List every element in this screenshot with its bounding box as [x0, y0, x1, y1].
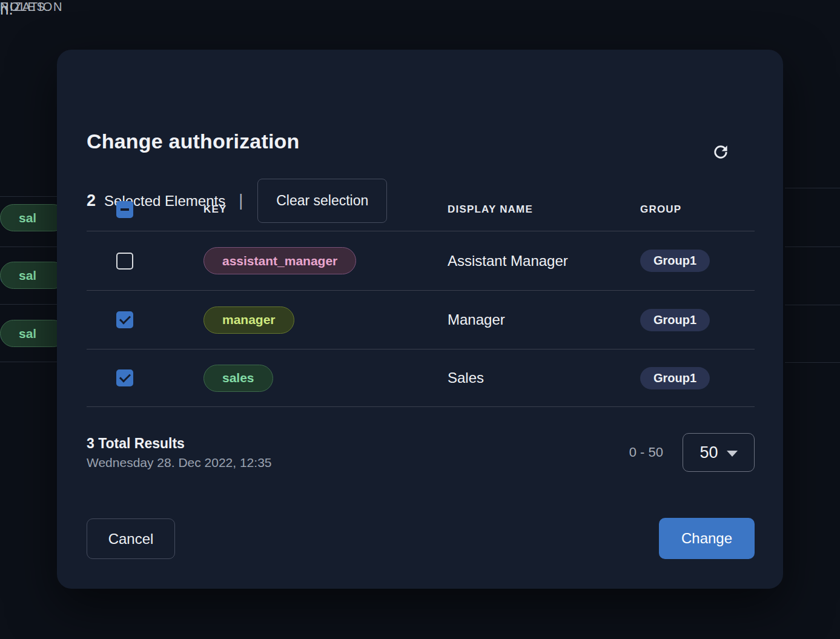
display-name-cell: Manager: [448, 291, 505, 349]
background-divider: [0, 304, 57, 305]
group-badge: Group1: [640, 250, 710, 272]
background-divider: [785, 247, 840, 247]
column-header-key: KEY: [203, 188, 227, 231]
display-name-cell: Sales: [448, 349, 484, 406]
table-row: sales Sales Group1: [87, 349, 755, 407]
row-checkbox[interactable]: [116, 311, 133, 328]
display-name-cell: Assistant Manager: [448, 231, 568, 290]
group-badge: Group1: [640, 367, 710, 389]
page-range-label: 0 - 50: [629, 445, 663, 460]
background-divider: [785, 188, 840, 188]
row-checkbox[interactable]: [116, 369, 133, 386]
total-results-label: 3 Total Results: [87, 435, 272, 452]
row-checkbox[interactable]: [116, 253, 133, 270]
page-size-dropdown[interactable]: 50: [683, 433, 755, 472]
column-header-group: GROUP: [640, 188, 681, 231]
results-timestamp: Wednesday 28. Dec 2022, 12:35: [87, 455, 272, 470]
background-column-header-roles: ROLES: [0, 0, 45, 14]
refresh-button[interactable]: [710, 142, 731, 163]
key-pill: manager: [203, 306, 294, 334]
change-authorization-dialog: Change authorization 2 Selected Elements…: [57, 50, 783, 589]
page-size-value: 50: [699, 443, 718, 462]
key-pill: sales: [203, 365, 273, 392]
dialog-title: Change authorization: [87, 130, 300, 153]
refresh-icon: [711, 154, 730, 164]
table-header-row: KEY DISPLAY NAME GROUP: [87, 188, 755, 231]
background-divider: [0, 362, 57, 362]
background-divider: [785, 305, 840, 305]
column-header-display-name: DISPLAY NAME: [448, 188, 533, 231]
background-divider: [0, 247, 57, 247]
caret-down-icon: [727, 451, 738, 457]
group-badge: Group1: [640, 309, 710, 331]
table-row: assistant_manager Assistant Manager Grou…: [87, 231, 755, 291]
pagination: 0 - 50 50: [629, 433, 755, 472]
background-divider: [785, 362, 840, 363]
results-summary: 3 Total Results Wednesday 28. Dec 2022, …: [87, 435, 272, 470]
background-divider: [0, 196, 57, 197]
cancel-button[interactable]: Cancel: [87, 518, 175, 559]
change-button[interactable]: Change: [659, 518, 755, 559]
key-pill: assistant_manager: [203, 247, 356, 274]
table-row: manager Manager Group1: [87, 291, 755, 349]
select-all-checkbox[interactable]: [116, 201, 133, 218]
